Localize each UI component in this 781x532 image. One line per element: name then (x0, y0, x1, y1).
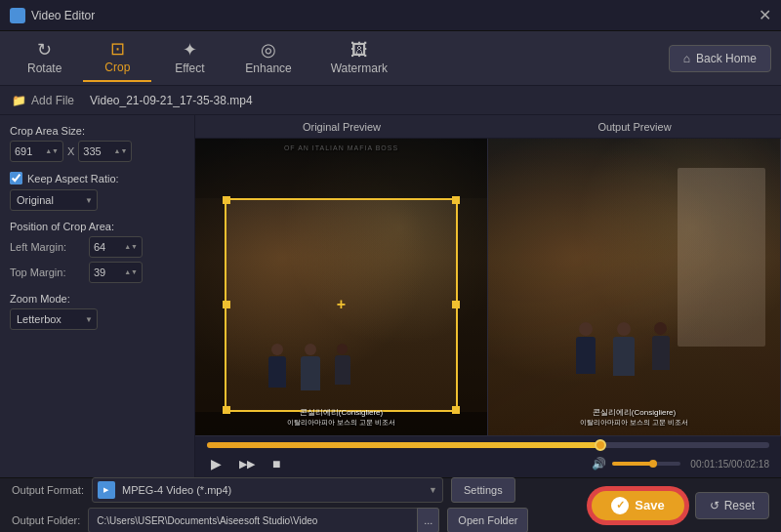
save-button[interactable]: ✓ Save (589, 488, 686, 523)
output-preview-label: Output Preview (488, 115, 781, 139)
back-home-button[interactable]: ⌂ Back Home (669, 45, 771, 72)
save-reset-col: ✓ Save ↺ Reset (589, 488, 769, 523)
zoom-mode-label: Zoom Mode: (10, 293, 185, 305)
add-file-button[interactable]: 📁 Add File (12, 94, 74, 107)
toolbar: ↻ Rotate ⊡ Crop ✦ Effect ◎ Enhance 🖼 Wat… (0, 31, 781, 86)
rotate-button[interactable]: ↻ Rotate (10, 35, 79, 81)
effect-label: Effect (175, 61, 204, 75)
zoom-mode-select-wrapper: Letterbox (10, 308, 98, 330)
progress-bar-container[interactable] (207, 442, 769, 448)
controls-row: ▶ ▶▶ ■ 🔊 00:01:15/00:02:18 (207, 454, 769, 473)
people-group-output (576, 322, 670, 376)
bottom-bar: Output Format: ▶ MPEG-4 Video (*.mp4) ▼ … (0, 477, 781, 532)
effect-button[interactable]: ✦ Effect (155, 35, 224, 81)
aspect-ratio-select-wrapper: Original (10, 189, 98, 211)
left-margin-label: Left Margin: (10, 241, 83, 253)
subtitle-output: 콘실리에리(Consigliere) 이탈리아마피아 보스의 고문 비조서 (488, 407, 780, 428)
crop-size-row: 691 ▲▼ X 335 ▲▼ (10, 141, 185, 162)
enhance-button[interactable]: ◎ Enhance (227, 35, 308, 81)
left-panel: Crop Area Size: 691 ▲▼ X 335 ▲▼ Keep Asp… (0, 115, 195, 477)
crop-button[interactable]: ⊡ Crop (83, 34, 151, 82)
add-file-icon: 📁 (12, 94, 26, 107)
save-check-icon: ✓ (611, 497, 629, 514)
output-folder-label: Output Folder: (12, 514, 80, 526)
output-folder-row: Output Folder: C:\Users\USER\Documents\A… (12, 508, 573, 532)
back-home-icon: ⌂ (683, 52, 690, 65)
keep-aspect-ratio-label: Keep Aspect Ratio: (27, 173, 119, 184)
output-format-row: Output Format: ▶ MPEG-4 Video (*.mp4) ▼ … (12, 477, 573, 503)
close-button[interactable]: ✕ (759, 8, 771, 23)
stop-button[interactable]: ■ (268, 454, 284, 473)
x-separator: X (67, 145, 74, 157)
title-bar: Video Editor ✕ (0, 0, 781, 31)
left-margin-value: 64 (94, 241, 105, 253)
watermark-button[interactable]: 🖼 Watermark (313, 35, 405, 81)
volume-icon: 🔊 (592, 457, 606, 471)
main-content: Crop Area Size: 691 ▲▼ X 335 ▲▼ Keep Asp… (0, 115, 781, 477)
original-video-frame: OF AN ITALIAN MAFIA BOSS (195, 139, 487, 435)
output-preview-video: 콘실리에리(Consigliere) 이탈리아마피아 보스의 고문 비조서 (488, 139, 781, 435)
back-home-label: Back Home (696, 52, 757, 65)
people-group (268, 344, 350, 390)
width-value: 691 (15, 145, 32, 157)
format-select-wrapper: ▶ MPEG-4 Video (*.mp4) ▼ (92, 477, 443, 503)
left-margin-input[interactable]: 64 ▲▼ (89, 236, 143, 258)
title-bar-left: Video Editor (10, 8, 95, 23)
zoom-mode-select[interactable]: Letterbox (10, 308, 98, 330)
reset-icon: ↺ (710, 499, 719, 512)
top-margin-input[interactable]: 39 ▲▼ (89, 262, 143, 283)
volume-thumb[interactable] (649, 460, 657, 468)
crop-area-size-label: Crop Area Size: (10, 125, 185, 137)
fast-forward-button[interactable]: ▶▶ (235, 456, 259, 472)
reset-label: Reset (724, 499, 755, 512)
top-margin-row: Top Margin: 39 ▲▼ (10, 262, 185, 283)
crop-label: Crop (104, 61, 130, 74)
format-icon: ▶ (98, 481, 115, 499)
height-value: 335 (83, 145, 101, 157)
aspect-ratio-select[interactable]: Original (10, 189, 98, 211)
enhance-icon: ◎ (261, 41, 276, 59)
keep-aspect-ratio-row: Keep Aspect Ratio: (10, 172, 185, 184)
settings-button[interactable]: Settings (451, 477, 515, 503)
add-file-label: Add File (31, 94, 74, 107)
timeline-area: ▶ ▶▶ ■ 🔊 00:01:15/00:02:18 (195, 435, 781, 477)
output-video-frame: 콘실리에리(Consigliere) 이탈리아마피아 보스의 고문 비조서 (488, 139, 780, 435)
left-margin-row: Left Margin: 64 ▲▼ (10, 236, 185, 258)
preview-area: Original Preview Output Preview OF AN IT… (195, 115, 781, 477)
subtitle-original: 콘실리에리(Consigliere) 이탈리아마피아 보스의 고문 비조서 (195, 407, 487, 428)
width-input[interactable]: 691 ▲▼ (10, 141, 63, 162)
original-preview-label: Original Preview (195, 115, 488, 139)
watermark-icon: 🖼 (350, 41, 368, 59)
app-icon (10, 8, 25, 23)
output-format-label: Output Format: (12, 484, 84, 496)
folder-path: C:\Users\USER\Documents\Aiseesoft Studio… (88, 508, 439, 532)
height-input[interactable]: 335 ▲▼ (78, 141, 132, 162)
folder-path-wrapper: C:\Users\USER\Documents\Aiseesoft Studio… (88, 508, 439, 532)
rotate-icon: ↻ (37, 41, 52, 59)
folder-dots-button[interactable]: ... (417, 508, 439, 532)
save-label: Save (635, 498, 664, 512)
open-folder-button[interactable]: Open Folder (447, 508, 528, 532)
bottom-bar-inner: Output Format: ▶ MPEG-4 Video (*.mp4) ▼ … (12, 477, 573, 532)
time-display: 00:01:15/00:02:18 (690, 459, 769, 470)
keep-aspect-ratio-checkbox[interactable] (10, 172, 22, 184)
preview-labels: Original Preview Output Preview (195, 115, 781, 139)
volume-bar[interactable] (612, 462, 680, 466)
volume-fill (612, 462, 653, 466)
play-button[interactable]: ▶ (207, 454, 226, 473)
position-label: Position of Crop Area: (10, 221, 185, 232)
preview-videos: OF AN ITALIAN MAFIA BOSS (195, 139, 781, 435)
progress-thumb[interactable] (595, 439, 606, 451)
crop-icon: ⊡ (110, 40, 125, 58)
enhance-label: Enhance (245, 61, 291, 75)
top-margin-label: Top Margin: (10, 266, 83, 278)
original-preview-video: OF AN ITALIAN MAFIA BOSS (195, 139, 488, 435)
format-select[interactable]: MPEG-4 Video (*.mp4) (92, 477, 443, 503)
rotate-label: Rotate (27, 61, 62, 75)
file-bar: 📁 Add File Video_21-09-21_17-35-38.mp4 (0, 86, 781, 115)
top-margin-value: 39 (94, 266, 105, 278)
effect-icon: ✦ (183, 41, 197, 59)
volume-container: 🔊 (592, 457, 680, 471)
watermark-label: Watermark (331, 61, 388, 75)
reset-button[interactable]: ↺ Reset (695, 492, 769, 519)
